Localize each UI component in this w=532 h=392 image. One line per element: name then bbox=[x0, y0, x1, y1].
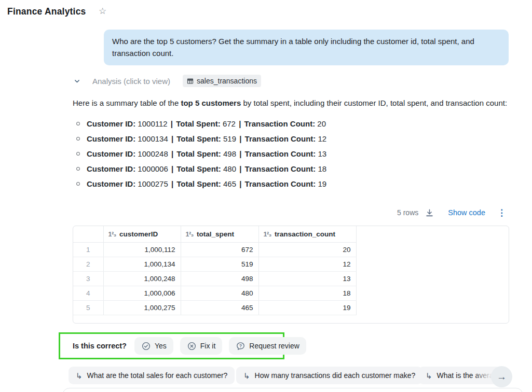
download-icon bbox=[425, 208, 434, 217]
bullet-icon bbox=[76, 152, 80, 156]
cell-total-spent: 465 bbox=[181, 300, 258, 315]
comment-question-icon: ? bbox=[236, 341, 245, 351]
analysis-toggle-label[interactable]: Analysis (click to view) bbox=[92, 77, 170, 86]
fix-it-button[interactable]: Fix it bbox=[180, 337, 223, 355]
dataset-chip[interactable]: sales_transactions bbox=[183, 75, 261, 87]
page-title: Finance Analytics bbox=[7, 6, 86, 17]
x-circle-icon bbox=[187, 341, 197, 351]
cell-customerid: 1,000,248 bbox=[103, 271, 181, 286]
download-button[interactable] bbox=[425, 208, 434, 217]
cell-total-spent: 672 bbox=[181, 242, 258, 257]
result-panel: 1²₃customerID 1²₃total_spent 1²₃transact… bbox=[73, 226, 509, 324]
cell-total-spent: 519 bbox=[181, 257, 258, 271]
column-header-transaction-count[interactable]: 1²₃transaction_count bbox=[258, 226, 356, 242]
cell-transaction-count: 18 bbox=[258, 286, 356, 300]
answer-intro-bold: top 5 customers bbox=[181, 99, 241, 107]
table-header-row: 1²₃customerID 1²₃total_spent 1²₃transact… bbox=[73, 226, 356, 242]
analysis-row: Analysis (click to view) sales_transacti… bbox=[73, 74, 261, 88]
column-header-customerid[interactable]: 1²₃customerID bbox=[103, 226, 181, 242]
svg-text:?: ? bbox=[239, 343, 242, 348]
cell-total-spent: 498 bbox=[181, 271, 258, 286]
show-code-button[interactable]: Show code bbox=[448, 208, 485, 217]
customer-summary-item: Customer ID: 1000112 | Total Spent: 672 … bbox=[73, 119, 326, 129]
numeric-type-icon: 1²₃ bbox=[108, 231, 116, 238]
bullet-icon bbox=[76, 137, 80, 141]
chat-input-preview[interactable] bbox=[62, 388, 523, 392]
user-message-bubble: Who are the top 5 customers? Get the sum… bbox=[104, 30, 509, 65]
cell-customerid: 1,000,134 bbox=[103, 257, 181, 271]
reply-arrow-icon: ↳ bbox=[76, 372, 83, 380]
table-grid-icon bbox=[187, 78, 194, 85]
row-number-cell: 3 bbox=[73, 271, 103, 286]
reply-arrow-icon: ↳ bbox=[243, 372, 250, 380]
answer-intro: Here is a summary table of the top 5 cus… bbox=[73, 99, 519, 107]
yes-button[interactable]: Yes bbox=[134, 337, 173, 355]
table-row: 4 1,000,006 480 18 bbox=[73, 286, 356, 300]
arrow-right-icon: → bbox=[497, 371, 507, 383]
cell-transaction-count: 20 bbox=[258, 242, 356, 257]
row-number-cell: 2 bbox=[73, 257, 103, 271]
more-options-button[interactable]: ⋮ bbox=[497, 208, 506, 217]
feedback-question: Is this correct? bbox=[73, 342, 127, 350]
table-row: 3 1,000,248 498 13 bbox=[73, 271, 356, 286]
numeric-type-icon: 1²₃ bbox=[186, 231, 194, 238]
result-toolbar: 5 rows Show code ⋮ bbox=[397, 205, 506, 220]
finance-analytics-page: Finance Analytics ☆ Who are the top 5 cu… bbox=[0, 0, 532, 392]
cell-customerid: 1,000,275 bbox=[103, 300, 181, 315]
customer-summary-item: Customer ID: 1000134 | Total Spent: 519 … bbox=[73, 134, 326, 144]
table-row: 1 1,000,112 672 20 bbox=[73, 242, 356, 257]
cell-customerid: 1,000,006 bbox=[103, 286, 181, 300]
bullet-icon bbox=[76, 167, 80, 171]
customer-summary-item: Customer ID: 1000275 | Total Spent: 465 … bbox=[73, 179, 326, 189]
row-number-cell: 1 bbox=[73, 242, 103, 257]
cell-transaction-count: 19 bbox=[258, 300, 356, 315]
table-row: 5 1,000,275 465 19 bbox=[73, 300, 356, 315]
suggestion-chip[interactable]: ↳ How many transactions did each custome… bbox=[236, 367, 422, 384]
bullet-icon bbox=[76, 182, 80, 186]
cell-transaction-count: 13 bbox=[258, 271, 356, 286]
reply-arrow-icon: ↳ bbox=[426, 372, 432, 380]
scroll-suggestions-right-button[interactable]: → bbox=[491, 366, 512, 387]
feedback-box: Is this correct? Yes Fix it ? Request re… bbox=[59, 332, 284, 359]
chevron-down-icon[interactable] bbox=[74, 78, 80, 85]
request-review-button[interactable]: ? Request review bbox=[229, 337, 306, 355]
dataset-chip-label: sales_transactions bbox=[197, 77, 257, 85]
row-number-cell: 5 bbox=[73, 300, 103, 315]
suggestion-chip[interactable]: ↳ What are the total sales for each cust… bbox=[69, 367, 235, 384]
cell-transaction-count: 12 bbox=[258, 257, 356, 271]
check-circle-icon bbox=[141, 341, 151, 351]
table-row: 2 1,000,134 519 12 bbox=[73, 257, 356, 271]
cell-customerid: 1,000,112 bbox=[103, 242, 181, 257]
row-number-header bbox=[73, 226, 103, 242]
suggestion-chip[interactable]: ↳ What is the average bbox=[418, 367, 500, 384]
customer-summary-item: Customer ID: 1000248 | Total Spent: 498 … bbox=[73, 149, 326, 159]
result-table: 1²₃customerID 1²₃total_spent 1²₃transact… bbox=[73, 226, 357, 315]
numeric-type-icon: 1²₃ bbox=[264, 231, 271, 238]
favorite-star-icon[interactable]: ☆ bbox=[99, 7, 106, 16]
customer-summary-item: Customer ID: 1000006 | Total Spent: 480 … bbox=[73, 164, 326, 174]
row-count-label: 5 rows bbox=[397, 208, 418, 217]
bullet-icon bbox=[76, 122, 80, 125]
customer-summary-list: Customer ID: 1000112 | Total Spent: 672 … bbox=[73, 119, 326, 194]
row-number-cell: 4 bbox=[73, 286, 103, 300]
column-header-total-spent[interactable]: 1²₃total_spent bbox=[181, 226, 258, 242]
cell-total-spent: 480 bbox=[181, 286, 258, 300]
